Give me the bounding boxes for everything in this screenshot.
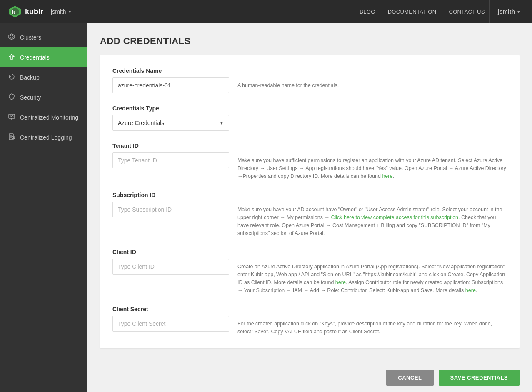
user-menu-left[interactable]: jsmith ▾ [51,8,71,15]
chevron-down-right-icon: ▾ [517,10,520,14]
contact-us-link[interactable]: CONTACT US [449,9,485,15]
chevron-down-icon: ▾ [69,10,71,14]
tenant-id-input[interactable] [112,152,229,168]
client-id-hint-link2[interactable]: here [465,287,476,293]
sidebar-clusters-label: Clusters [20,34,41,41]
credentials-icon [8,53,15,62]
sidebar-security-label: Security [20,94,41,101]
sidebar-monitoring-label: Centralized Monitoring [20,114,78,121]
client-id-hint: Create an Azure Active Directory applica… [237,259,507,294]
client-secret-hint: For the created application click on "Ke… [237,316,507,336]
sidebar-credentials-label: Credentials [20,54,50,61]
user-menu-right[interactable]: jsmith ▾ [494,8,524,15]
client-id-input[interactable] [112,259,229,275]
kublr-logo-icon: k [8,5,22,18]
nav-divider [489,0,490,23]
credentials-name-label: Credentials Name [112,67,507,74]
monitoring-icon [8,113,15,122]
sidebar-logging-label: Centralized Logging [20,134,72,141]
subscription-hint-link[interactable]: Click here to view complete access for t… [331,215,458,220]
user-name-left: jsmith [51,8,66,15]
subscription-id-label: Subscription ID [112,192,507,198]
sidebar-item-clusters[interactable]: Clusters [0,27,87,47]
client-id-label: Client ID [112,249,507,255]
credentials-type-section: Credentials Type Azure Credentials AWS C… [112,105,507,131]
clusters-icon [8,33,15,42]
sidebar-item-credentials[interactable]: Credentials [0,47,87,67]
form-card: Credentials Name A human-readable name f… [100,55,520,348]
client-secret-input[interactable] [112,316,229,332]
client-id-section: Client ID Create an Azure Active Directo… [112,249,507,294]
svg-marker-3 [9,34,15,40]
subscription-id-section: Subscription ID Make sure you have your … [112,192,507,237]
tenant-id-hint: Make sure you have sufficient permission… [237,152,507,180]
security-icon [8,93,15,102]
credentials-name-input[interactable] [112,77,229,93]
nav-links: BLOG DOCUMENTATION CONTACT US [360,9,485,15]
sidebar-item-centralized-logging[interactable]: Centralized Logging [0,127,87,147]
tenant-id-section: Tenant ID Make sure you have sufficient … [112,142,507,180]
credentials-name-hint: A human-readable name for the credential… [237,77,507,90]
credentials-type-select[interactable]: Azure Credentials AWS Credentials GCP Cr… [112,115,229,131]
credentials-name-section: Credentials Name A human-readable name f… [112,67,507,93]
main-content: ADD CREDENTIALS Credentials Name A human… [87,23,532,392]
sidebar-backup-label: Backup [20,74,40,81]
client-secret-section: Client Secret For the created applicatio… [112,306,507,336]
tenant-id-label: Tenant ID [112,142,507,149]
save-credentials-button[interactable]: SAVE CREDENTIALS [439,370,520,386]
client-id-hint-link1[interactable]: here [335,280,346,285]
credentials-type-label: Credentials Type [112,105,507,112]
subscription-id-hint: Make sure you have your AD account have … [237,202,507,237]
sidebar-item-centralized-monitoring[interactable]: Centralized Monitoring [0,107,87,127]
sidebar-item-security[interactable]: Security [0,87,87,107]
svg-marker-4 [10,35,13,38]
sidebar-item-backup[interactable]: Backup [0,67,87,87]
top-navigation: k kublr jsmith ▾ BLOG DOCUMENTATION CONT… [0,0,532,23]
footer-bar: CANCEL SAVE CREDENTIALS [87,363,532,392]
client-secret-label: Client Secret [112,306,507,312]
logo-link[interactable]: k kublr [8,5,43,18]
subscription-id-input[interactable] [112,202,229,217]
backup-icon [8,73,15,82]
logo-text: kublr [25,7,43,16]
user-name-right: jsmith [498,8,515,15]
tenant-id-hint-link[interactable]: here [382,173,392,179]
svg-text:k: k [12,9,15,15]
blog-link[interactable]: BLOG [360,9,375,15]
page-title: ADD CREDENTIALS [100,36,520,47]
sidebar: Clusters Credentials Backup [0,23,87,392]
logging-icon [8,133,15,142]
documentation-link[interactable]: DOCUMENTATION [388,9,437,15]
cancel-button[interactable]: CANCEL [386,370,433,386]
